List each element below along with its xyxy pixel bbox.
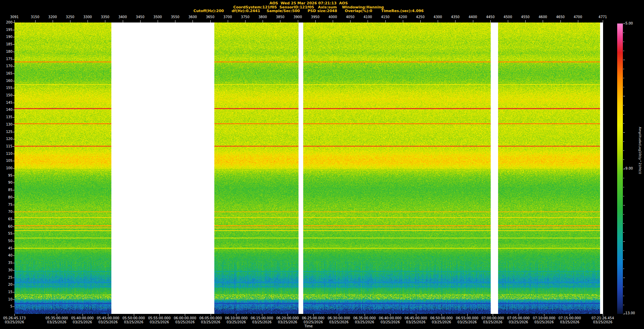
colorbar-tick: [623, 105, 624, 105]
left-axis-tick-label: 200: [0, 21, 12, 24]
colorbar-min-label: -13.00: [624, 312, 635, 315]
bottom-axis-tick: [159, 314, 160, 316]
colorbar-tick: [623, 123, 624, 124]
bottom-axis-tick: [544, 314, 544, 316]
colorbar-tick: [623, 260, 624, 260]
left-axis-tick-label: 25: [0, 276, 12, 279]
top-axis-tick-label: 4050: [346, 15, 355, 19]
left-axis-tick-label: 70: [0, 210, 12, 214]
top-axis-tick: [298, 20, 298, 22]
left-axis-tick-label: 95: [0, 174, 12, 177]
colorbar-tick: [623, 51, 624, 51]
colorbar-tick: [623, 87, 624, 87]
left-axis-tick-label: 190: [0, 35, 12, 39]
left-axis-tick-label: 180: [0, 50, 12, 53]
top-axis-tick: [350, 20, 351, 22]
top-axis-tick: [455, 20, 455, 22]
left-axis-tick-label: 130: [0, 123, 12, 126]
left-axis-tick-label: 65: [0, 218, 12, 221]
bottom-axis-date-label: 03/25/2026: [278, 320, 298, 324]
bottom-axis-time-label: 05:55:00.000: [148, 316, 170, 320]
top-axis-tick-label: 3200: [48, 15, 57, 19]
colorbar-tick: [623, 141, 624, 142]
top-axis-tick-label: 3850: [276, 15, 284, 19]
bottom-axis-tick: [14, 314, 15, 316]
colorbar-max-label: -5.00: [624, 22, 633, 25]
colorbar-tick: [623, 60, 625, 60]
bottom-axis-date-label: 03/25/2026: [380, 320, 400, 324]
top-axis-tick: [578, 20, 578, 22]
bottom-axis-time-label: 06:25:00.000: [302, 316, 324, 320]
bottom-axis-time-label: 06:35:00.000: [353, 316, 376, 320]
top-axis-tick: [245, 20, 246, 22]
bottom-axis-tick: [467, 314, 468, 316]
bottom-axis-tick: [108, 314, 108, 316]
top-axis-tick: [420, 20, 421, 22]
colorbar-tick: [623, 232, 624, 233]
top-axis-tick-label: 4600: [539, 15, 547, 19]
top-axis-tick-label: 3950: [311, 15, 319, 19]
top-axis-tick: [315, 20, 316, 22]
top-axis-tick: [140, 20, 141, 22]
bottom-axis-date-label: 03/25/2026: [227, 320, 246, 324]
top-axis-tick-label: 3300: [83, 15, 92, 19]
left-axis-tick-label: 170: [0, 64, 12, 68]
left-axis-tick-label: 160: [0, 79, 12, 83]
top-axis-tick-label: 4150: [381, 15, 389, 19]
top-axis-tick-label: 4100: [364, 15, 372, 19]
top-axis-tick: [603, 20, 603, 22]
bottom-axis-time-label: 06:55:00.000: [456, 316, 478, 320]
bottom-axis-date-label: 03/25/2026: [560, 320, 580, 324]
left-axis-tick-label: 125: [0, 130, 12, 134]
left-axis-tick-label: 150: [0, 94, 12, 97]
top-axis-tick: [35, 20, 36, 22]
spectrogram-canvas[interactable]: [14, 22, 603, 314]
bottom-axis-date-label: 03/25/2026: [458, 320, 477, 324]
bottom-axis-date-label: 03/25/2026: [593, 320, 612, 324]
top-axis-tick-label: 3550: [171, 15, 179, 19]
bottom-axis-date-label: 03/25/2026: [355, 320, 374, 324]
left-axis-tick-label: 165: [0, 72, 12, 75]
bottom-axis-date-label: 03/25/2026: [329, 320, 348, 324]
bottom-axis-tick: [57, 314, 57, 316]
bottom-axis-time-label: 07:00:00.000: [481, 316, 504, 320]
top-axis-tick-label: 4000: [328, 15, 337, 19]
bottom-axis-date-label: 03/25/2026: [406, 320, 426, 324]
bottom-axis-time-label: 06:50:00.000: [430, 316, 453, 320]
left-axis-tick-label: 80: [0, 196, 12, 199]
bottom-axis-time-label: 06:05:00.000: [199, 316, 222, 320]
bottom-axis-time-label: 06:10:00.000: [225, 316, 248, 320]
colorbar-tick: [623, 296, 624, 296]
bottom-axis-time-label: 06:40:00.000: [379, 316, 401, 320]
left-axis-tick-label: 5: [0, 305, 12, 308]
top-axis-tick: [263, 20, 263, 22]
left-axis-tick-label: 175: [0, 57, 12, 61]
top-axis-tick-label: 3350: [101, 15, 109, 19]
bottom-axis-tick: [416, 314, 416, 316]
left-axis-tick-label: 55: [0, 232, 12, 235]
bottom-axis-date-label: 03/25/2026: [175, 320, 195, 324]
bottom-axis-tick: [441, 314, 442, 316]
left-axis-tick-label: 115: [0, 145, 12, 148]
colorbar-tick: [623, 223, 624, 224]
top-axis-tick: [280, 20, 280, 22]
bottom-axis-tick: [262, 314, 262, 316]
colorbar-tick: [623, 241, 625, 242]
left-axis-tick-label: 185: [0, 43, 12, 46]
bottom-axis-tick: [339, 314, 339, 316]
bottom-axis-tick: [493, 314, 493, 316]
top-axis-tick-label: 3800: [258, 15, 267, 19]
top-axis-tick: [158, 20, 158, 22]
top-axis-tick-label: 3091: [10, 15, 18, 19]
colorbar-tick: [623, 287, 624, 287]
aos-spectrogram-window: AOS Wed 25 Mar 2026 07:21:13 AOS CoordSy…: [0, 0, 644, 329]
top-axis-tick: [105, 20, 105, 22]
top-axis-tick: [560, 20, 561, 22]
top-axis-tick-label: 3450: [136, 15, 144, 19]
top-axis-tick: [333, 20, 333, 22]
left-axis-tick-label: 110: [0, 152, 12, 155]
top-axis-tick-label: 3150: [31, 15, 39, 19]
bottom-axis-time-label: 06:00:00.000: [174, 316, 196, 320]
colorbar-tick: [623, 69, 624, 69]
top-axis-tick: [70, 20, 70, 22]
